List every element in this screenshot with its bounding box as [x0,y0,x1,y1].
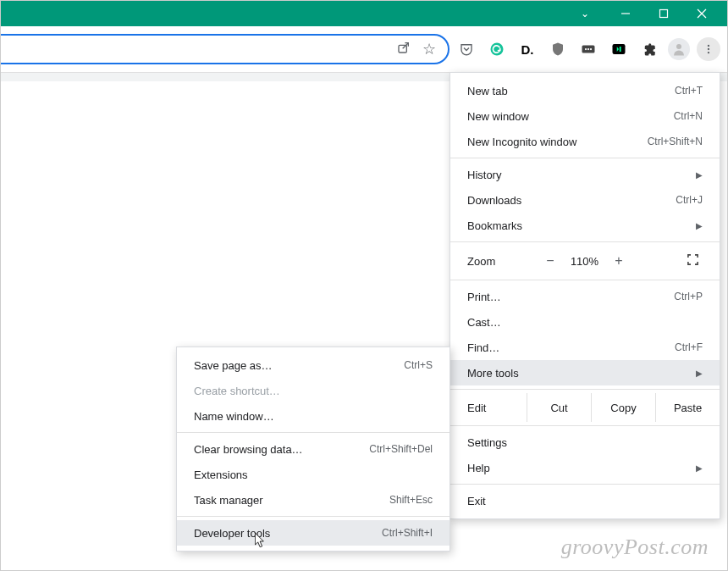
menu-history[interactable]: History▶ [450,162,720,187]
menu-find[interactable]: Find…Ctrl+F [450,335,720,360]
menu-settings[interactable]: Settings [450,430,720,455]
extensions-row: D. [455,37,727,61]
menu-cast[interactable]: Cast… [450,309,720,335]
svg-point-9 [590,48,592,50]
bookmark-star-icon[interactable]: ☆ [422,40,436,58]
grammarly-extension-icon[interactable] [485,37,509,61]
svg-point-13 [708,45,709,47]
svg-point-15 [708,52,709,53]
submenu-arrow-icon: ▶ [696,221,703,230]
ublock-extension-icon[interactable] [546,37,570,61]
menu-print[interactable]: Print…Ctrl+P [450,284,720,309]
menu-exit[interactable]: Exit [450,488,720,513]
submenu-task-manager[interactable]: Task managerShift+Esc [177,487,449,513]
edit-copy-button[interactable]: Copy [591,393,655,422]
svg-point-8 [587,48,589,50]
window-close-button[interactable] [682,1,720,26]
window-minimize-button[interactable] [606,1,644,26]
zoom-value: 110% [565,255,604,268]
menu-bookmarks[interactable]: Bookmarks▶ [450,213,720,238]
tab-chevron-icon[interactable]: ⌄ [581,8,589,19]
menu-new-incognito[interactable]: New Incognito windowCtrl+Shift+N [450,129,720,154]
submenu-create-shortcut: Create shortcut… [177,378,449,403]
submenu-clear-data[interactable]: Clear browsing data…Ctrl+Shift+Del [177,436,449,462]
menu-downloads[interactable]: DownloadsCtrl+J [450,187,720,213]
zoom-label: Zoom [467,255,535,268]
extensions-puzzle-icon[interactable] [637,37,661,61]
svg-point-12 [676,44,681,49]
menu-new-window[interactable]: New windowCtrl+N [450,103,720,129]
menu-zoom-row: Zoom − 110% + [450,246,720,276]
pocket-extension-icon[interactable] [455,37,478,61]
watermark-text: groovyPost.com [561,535,709,560]
submenu-arrow-icon: ▶ [696,463,703,473]
address-bar[interactable]: ☆ [0,34,449,64]
menu-more-tools[interactable]: More tools▶ [450,360,720,385]
play-extension-icon[interactable] [607,37,631,61]
zoom-in-button[interactable]: + [604,253,634,269]
menu-help[interactable]: Help▶ [450,455,720,480]
window-maximize-button[interactable] [644,1,682,26]
svg-point-14 [708,48,709,50]
d-extension-icon[interactable]: D. [516,37,539,61]
profile-avatar-icon[interactable] [668,38,690,60]
edit-cut-button[interactable]: Cut [527,393,591,422]
menu-new-tab[interactable]: New tabCtrl+T [450,78,720,103]
share-icon[interactable] [397,41,411,58]
svg-rect-11 [620,47,621,52]
window-titlebar: ⌄ [1,1,727,26]
submenu-extensions[interactable]: Extensions [177,462,449,487]
chrome-menu-button[interactable] [697,37,720,61]
submenu-arrow-icon: ▶ [696,170,703,180]
submenu-name-window[interactable]: Name window… [177,403,449,429]
fullscreen-icon[interactable] [676,253,709,269]
edit-label: Edit [450,402,527,414]
submenu-developer-tools[interactable]: Developer toolsCtrl+Shift+I [177,520,449,546]
chrome-main-menu: New tabCtrl+T New windowCtrl+N New Incog… [449,72,720,519]
svg-point-7 [585,48,587,50]
browser-toolbar: ☆ D. [1,26,727,73]
menu-edit-row: Edit Cut Copy Paste [450,393,720,422]
dots-extension-icon[interactable] [576,37,600,61]
zoom-out-button[interactable]: − [535,253,565,269]
more-tools-submenu: Save page as…Ctrl+S Create shortcut… Nam… [176,346,450,552]
submenu-save-page[interactable]: Save page as…Ctrl+S [177,352,449,378]
svg-rect-1 [659,10,667,18]
submenu-arrow-icon: ▶ [696,369,703,378]
edit-paste-button[interactable]: Paste [655,393,720,422]
